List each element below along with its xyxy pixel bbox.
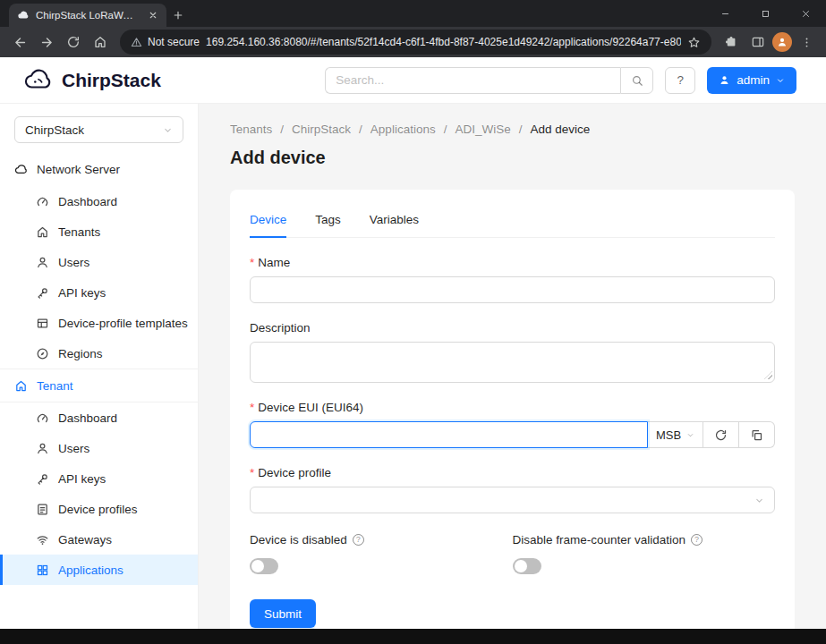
tab-close-icon[interactable] (146, 8, 160, 22)
sidebar-item-tenant-users[interactable]: Users (0, 433, 198, 463)
byte-order-select[interactable]: MSB (648, 421, 703, 448)
device-disabled-label: Device is disabled ? (250, 533, 513, 547)
device-disabled-field: Device is disabled ? (250, 533, 513, 574)
frame-counter-toggle[interactable] (513, 558, 541, 574)
menu-group-tenant: Tenant (0, 369, 198, 402)
sidebar-item-device-profile-templates[interactable]: Device-profile templates (0, 308, 198, 338)
admin-menu-button[interactable]: admin (707, 67, 796, 94)
description-textarea[interactable] (250, 342, 775, 383)
device-profile-label: * Device profile (250, 466, 775, 479)
sidebar-item-label: Device profiles (58, 503, 138, 516)
submit-button[interactable]: Submit (250, 599, 316, 628)
tab-title: ChirpStack LoRaWAN® Network Server (36, 10, 140, 21)
breadcrumb-applications[interactable]: Applications (370, 123, 436, 136)
byte-order-value: MSB (656, 428, 681, 442)
description-label: Description (250, 321, 775, 335)
sidebar-item-tenant-dashboard[interactable]: Dashboard (0, 402, 198, 433)
tab-variables[interactable]: Variables (370, 206, 419, 237)
tab-tags[interactable]: Tags (315, 206, 341, 237)
window-close-button[interactable] (786, 0, 826, 27)
sidebar-item-tenant-api-keys[interactable]: API keys (0, 463, 198, 494)
chevron-down-icon (163, 125, 173, 135)
required-mark: * (250, 402, 254, 414)
content-row: ChirpStack Network Server Dashboard Tena… (0, 104, 826, 629)
tab-device[interactable]: Device (250, 206, 286, 238)
browser-menu-button[interactable] (794, 30, 819, 55)
address-bar[interactable]: Not secure 169.254.160.36:8080/#/tenants… (120, 30, 711, 55)
info-circle-icon[interactable]: ? (353, 534, 364, 546)
extensions-button[interactable] (719, 30, 744, 55)
user-icon (36, 442, 49, 455)
sidebar-item-label: Dashboard (58, 411, 117, 425)
forward-button[interactable] (34, 30, 59, 55)
url-text: 169.254.160.36:8080/#/tenants/52f14cd4-c… (206, 36, 681, 48)
device-disabled-toggle[interactable] (250, 558, 278, 574)
sidebar-item-device-profiles[interactable]: Device profiles (0, 494, 198, 524)
window-minimize-button[interactable] (705, 0, 745, 27)
browser-tab[interactable]: ChirpStack LoRaWAN® Network Server (9, 4, 166, 27)
breadcrumb-tenants[interactable]: Tenants (230, 123, 272, 136)
compass-icon (36, 347, 49, 360)
breadcrumb-separator: / (444, 123, 447, 136)
sidebar-item-applications[interactable]: Applications (0, 555, 198, 585)
sidebar-item-label: Gateways (58, 533, 112, 547)
chirpstack-logo[interactable]: ChirpStack (23, 65, 161, 96)
appstore-icon (36, 564, 49, 577)
side-panel-button[interactable] (745, 30, 771, 55)
browser-toolbar: Not secure 169.254.160.36:8080/#/tenants… (0, 27, 826, 57)
sidebar-item-ns-users[interactable]: Users (0, 247, 198, 277)
new-tab-button[interactable] (166, 4, 190, 27)
back-button[interactable] (7, 30, 32, 55)
field-label-text: Device profile (258, 466, 331, 479)
sidebar-item-gateways[interactable]: Gateways (0, 524, 198, 555)
sidebar-item-regions[interactable]: Regions (0, 338, 198, 369)
home-button[interactable] (88, 30, 113, 55)
key-icon (36, 472, 49, 486)
sidebar: ChirpStack Network Server Dashboard Tena… (0, 104, 199, 629)
help-button[interactable]: ? (665, 67, 695, 94)
frame-counter-field: Disable frame-counter validation ? (513, 533, 776, 574)
menu-group-label: Network Server (37, 163, 120, 176)
sidebar-item-ns-tenants[interactable]: Tenants (0, 216, 198, 247)
dev-eui-input[interactable] (250, 421, 648, 448)
info-circle-icon[interactable]: ? (691, 534, 703, 546)
breadcrumb: Tenants / ChirpStack / Applications / AD… (230, 123, 795, 136)
device-profile-select[interactable] (250, 487, 775, 513)
sidebar-item-ns-dashboard[interactable]: Dashboard (0, 186, 198, 216)
window-controls (705, 0, 826, 27)
window-maximize-button[interactable] (745, 0, 786, 27)
name-input[interactable] (250, 276, 775, 303)
global-search (325, 67, 653, 94)
browser-profile-avatar[interactable] (772, 32, 792, 52)
copy-eui-button[interactable] (739, 421, 775, 448)
breadcrumb-separator: / (280, 123, 284, 136)
page-title: Add device (230, 148, 795, 168)
sidebar-item-ns-api-keys[interactable]: API keys (0, 277, 198, 308)
frame-counter-label: Disable frame-counter validation ? (513, 533, 776, 547)
plus-icon (172, 9, 184, 21)
minimize-icon (720, 9, 730, 19)
brand-name: ChirpStack (62, 70, 161, 91)
required-mark: * (250, 467, 254, 479)
generate-random-eui-button[interactable] (703, 421, 739, 448)
bookmark-star-icon[interactable] (687, 36, 701, 49)
search-input[interactable] (325, 67, 620, 94)
menu-group-label: Tenant (37, 379, 73, 393)
chevron-down-icon (776, 76, 785, 85)
close-icon (801, 9, 811, 19)
breadcrumb-application-adi-wise[interactable]: ADI_WiSe (455, 123, 510, 136)
user-icon (719, 74, 730, 86)
security-chip[interactable]: Not secure (131, 36, 200, 48)
chirpstack-favicon-icon (17, 9, 30, 21)
sidebar-item-label: Applications (58, 564, 123, 577)
reload-button[interactable] (61, 30, 86, 55)
profile-person-icon (776, 36, 788, 48)
tenant-selector[interactable]: ChirpStack (14, 116, 183, 143)
chevron-down-icon (754, 496, 764, 505)
home-icon (93, 35, 107, 49)
breadcrumb-separator: / (359, 123, 362, 136)
search-button[interactable] (620, 67, 653, 94)
maximize-icon (761, 9, 771, 19)
forward-arrow-icon (39, 35, 55, 50)
breadcrumb-tenant-chirpstack[interactable]: ChirpStack (292, 123, 351, 136)
